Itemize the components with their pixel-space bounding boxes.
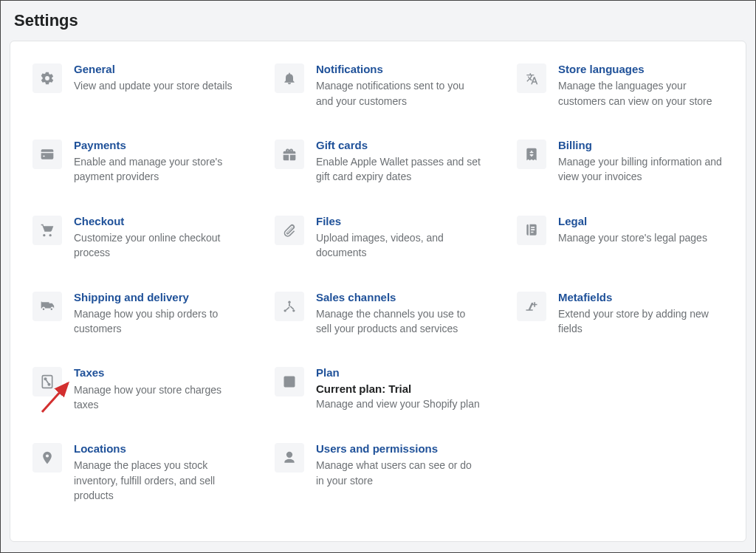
metafields-icon: [517, 292, 546, 321]
tile-title: General: [74, 62, 239, 77]
tile-title: Metafields: [558, 290, 724, 305]
tile-title: Shipping and delivery: [74, 290, 239, 305]
tile-title: Legal: [558, 214, 724, 229]
tile-desc: Upload images, videos, and documents: [316, 230, 481, 261]
tile-locations[interactable]: Locations Manage the places you stock in…: [32, 442, 239, 503]
bell-icon: [275, 63, 304, 93]
tile-desc: Manage how your store charges taxes: [74, 382, 239, 413]
tile-title: Gift cards: [316, 138, 481, 153]
tile-checkout[interactable]: Checkout Customize your online checkout …: [32, 214, 239, 261]
tile-title: Files: [316, 214, 481, 229]
truck-icon: [32, 292, 62, 321]
tile-title: Users and permissions: [316, 442, 481, 456]
gear-icon: [32, 63, 62, 93]
settings-card: General View and update your store detai…: [10, 41, 746, 542]
user-icon: [275, 443, 304, 473]
tile-general[interactable]: General View and update your store detai…: [32, 62, 239, 109]
taxes-icon: [32, 367, 62, 396]
tile-desc: Manage notifications sent to you and you…: [316, 78, 481, 109]
tile-desc: Extend your store by adding new fields: [558, 306, 724, 337]
tile-languages[interactable]: Store languages Manage the languages you…: [517, 62, 724, 109]
tile-desc: Enable Apple Wallet passes and set gift …: [316, 154, 481, 185]
translate-icon: [517, 63, 546, 93]
billing-icon: [517, 140, 546, 169]
tile-giftcards[interactable]: Gift cards Enable Apple Wallet passes an…: [275, 138, 481, 185]
tile-users[interactable]: Users and permissions Manage what users …: [275, 442, 481, 503]
tile-desc: View and update your store details: [74, 78, 239, 93]
settings-grid: General View and update your store detai…: [32, 62, 724, 503]
tile-desc: Customize your online checkout process: [74, 230, 239, 261]
tile-shipping[interactable]: Shipping and delivery Manage how you shi…: [32, 290, 239, 337]
tile-desc: Manage the channels you use to sell your…: [316, 306, 481, 337]
tile-plan[interactable]: Plan Current plan: Trial Manage and view…: [275, 365, 481, 412]
tile-title: Sales channels: [316, 290, 481, 305]
tile-desc: Manage the places you stock inventory, f…: [74, 458, 239, 503]
gift-icon: [275, 140, 304, 169]
cart-icon: [32, 216, 62, 245]
tile-desc: Manage the languages your customers can …: [558, 78, 724, 109]
tile-desc: Enable and manage your store's payment p…: [74, 154, 239, 185]
paperclip-icon: [275, 216, 304, 245]
tile-desc: Manage your billing information and view…: [558, 154, 724, 185]
tile-title: Locations: [74, 442, 239, 456]
tile-title: Checkout: [74, 214, 239, 229]
scroll-icon: [517, 216, 546, 245]
tile-desc: Manage how you ship orders to customers: [74, 306, 239, 337]
page-title: Settings: [14, 11, 746, 30]
tile-title: Store languages: [558, 62, 724, 77]
tile-billing[interactable]: Billing Manage your billing information …: [517, 138, 724, 185]
tile-notifications[interactable]: Notifications Manage notifications sent …: [275, 62, 481, 109]
tile-desc: Manage and view your Shopify plan: [316, 396, 481, 411]
tile-saleschannels[interactable]: Sales channels Manage the channels you u…: [275, 290, 481, 337]
tile-desc: Manage what users can see or do in your …: [316, 458, 481, 488]
svg-point-0: [288, 300, 290, 303]
tile-legal[interactable]: Legal Manage your store's legal pages: [517, 214, 724, 261]
credit-card-icon: [32, 140, 62, 169]
tile-title: Payments: [74, 138, 239, 153]
svg-point-2: [292, 309, 295, 312]
tile-metafields[interactable]: Metafields Extend your store by adding n…: [517, 290, 724, 337]
tile-taxes[interactable]: Taxes Manage how your store charges taxe…: [32, 365, 239, 412]
tile-title: Plan: [316, 365, 481, 380]
tile-desc: Manage your store's legal pages: [558, 230, 724, 245]
tile-payments[interactable]: Payments Enable and manage your store's …: [32, 138, 239, 185]
tile-title: Taxes: [74, 365, 239, 380]
channels-icon: [275, 292, 304, 321]
tile-files[interactable]: Files Upload images, videos, and documen…: [275, 214, 481, 261]
tile-subtitle: Current plan: Trial: [316, 382, 481, 395]
plan-icon: [275, 367, 304, 396]
tile-title: Billing: [558, 138, 724, 153]
location-icon: [32, 443, 62, 473]
tile-title: Notifications: [316, 62, 481, 77]
